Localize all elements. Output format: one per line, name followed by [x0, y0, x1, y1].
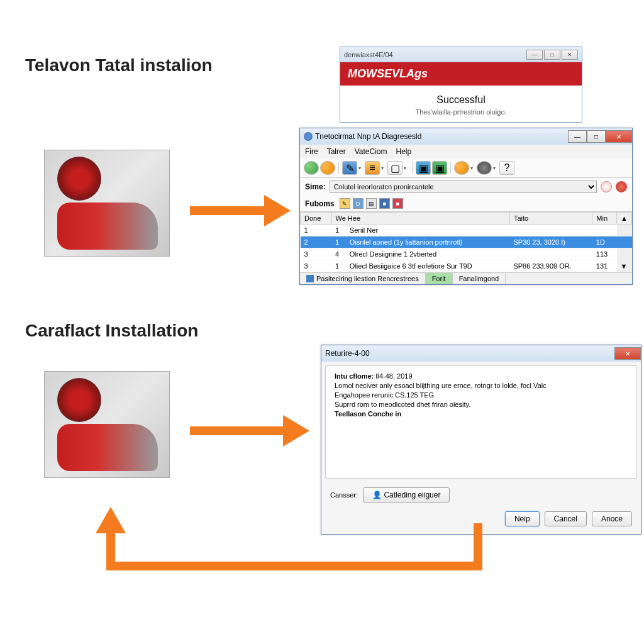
win1-titlebar[interactable]: denwiaxst4E/04 — □ ✕ — [340, 47, 582, 62]
win1-brand-header: MOWSEVLAgs — [340, 62, 582, 86]
svg-marker-4 — [96, 507, 126, 533]
col-done[interactable]: Done — [301, 213, 332, 225]
menubar: Fire Talrer VateCiom Help — [300, 145, 632, 158]
results-table: Done We Hee Taito Min ▲ 11Seriil Ner 21O… — [300, 212, 632, 272]
col-wehee[interactable]: We Hee — [331, 213, 509, 225]
tool-gear-icon[interactable] — [477, 161, 492, 175]
win3-close-button[interactable]: ✕ — [614, 347, 641, 360]
status-3: Fanalimgond — [453, 273, 506, 284]
sime-label: Sime: — [305, 182, 326, 191]
win2-min-button[interactable]: — — [568, 130, 587, 143]
win1-min-button[interactable]: — — [526, 50, 543, 60]
dialog-line-5: Teellason Conche in — [335, 410, 628, 418]
dropdown-icon[interactable]: ▾ — [381, 165, 386, 171]
cansser-label: Cansser: — [330, 491, 358, 499]
tool-back-icon[interactable] — [304, 161, 319, 175]
success-window: denwiaxst4E/04 — □ ✕ MOWSEVLAgs Successf… — [340, 47, 582, 123]
menu-help[interactable]: Help — [396, 147, 411, 156]
stop-icon[interactable] — [616, 181, 627, 192]
help-button[interactable]: Neip — [505, 511, 540, 526]
status-1: Pasiteciring liestion Rencrestrees — [316, 275, 419, 282]
tool-orb-icon[interactable] — [320, 161, 335, 175]
success-subtitle: Thes'wlailla-prtrestrion oluigo. — [347, 108, 575, 116]
fub-icon-1[interactable]: ✎ — [340, 198, 350, 209]
dialog-body: Intu cflome: lI4-48, 2019 Lomol neciver … — [325, 365, 637, 479]
app-icon — [304, 132, 313, 141]
win1-max-button[interactable]: □ — [544, 50, 560, 60]
tool-doc-icon[interactable]: ▢ — [387, 161, 402, 175]
table-row[interactable]: 11Seriil Ner — [301, 225, 632, 236]
fub-icon-3[interactable]: ▤ — [366, 198, 377, 209]
fub-icon-2[interactable]: D — [353, 198, 364, 209]
anoce-button[interactable]: Anoce — [592, 511, 632, 526]
section1-title: Telavon Tatal instalion — [25, 55, 213, 75]
fub-icon-5[interactable]: ■ — [392, 198, 403, 209]
dropdown-icon[interactable]: ▾ — [358, 165, 364, 171]
toolbar: ✎ ▾ ≡ ▾ ▢ ▾ ▣ ▣ ▾ ▾ ? — [300, 158, 632, 178]
arrow-1 — [190, 195, 291, 226]
car-image-1 — [44, 150, 170, 257]
win2-max-button[interactable]: □ — [587, 130, 606, 143]
win2-title: Tnetocirmat Nnp tA Diagresesld — [315, 132, 421, 141]
success-title: Successful — [347, 94, 575, 106]
intu-label: Intu cflome: — [335, 372, 374, 380]
dialog-line-4: Suprrd rom to meodlcoted dhet friran ole… — [335, 401, 628, 408]
dropdown-icon[interactable]: ▾ — [470, 165, 475, 171]
sime-select[interactable]: Cnlutel ireorloratcn pronircantele — [330, 180, 597, 193]
table-row[interactable]: 34Olrecl Desiignine 1 2vberted113 — [301, 248, 632, 260]
main-app-window: Tnetocirmat Nnp tA Diagresesld — □ ✕ Fir… — [299, 128, 633, 285]
svg-rect-2 — [190, 426, 284, 435]
catleding-button[interactable]: 👤 Catleding eiiguer — [363, 487, 450, 502]
arrow-2 — [190, 415, 309, 447]
menu-talrer[interactable]: Talrer — [327, 147, 346, 156]
tool-help-icon[interactable]: ? — [499, 161, 514, 175]
dialog-line-2: Lomol neciver anly esoacl biijthing ure … — [335, 382, 628, 389]
win1-close-button[interactable]: ✕ — [562, 50, 578, 60]
connector-arrow — [88, 503, 491, 579]
tool-green-icon[interactable]: ▣ — [432, 161, 447, 175]
dialog-line-3: Engahopee rerunic CS.125 TEG — [335, 391, 628, 399]
menu-file[interactable]: Fire — [305, 147, 318, 156]
intu-value: lI4-48, 2019 — [375, 372, 412, 380]
dropdown-icon[interactable]: ▾ — [404, 165, 409, 171]
status-2: Forit — [426, 273, 453, 284]
col-min[interactable]: Min — [592, 213, 617, 225]
status-icon — [306, 275, 314, 282]
home-icon[interactable] — [601, 181, 612, 192]
win2-close-button[interactable]: ✕ — [606, 130, 632, 143]
section2-title: Caraflact Installation — [25, 321, 198, 341]
win3-title: Returire-4-00 — [325, 349, 370, 358]
table-row-selected[interactable]: 21Oisrilel aoned (1y liattanion portnrot… — [301, 236, 632, 248]
svg-rect-0 — [190, 206, 265, 215]
col-taito[interactable]: Taito — [509, 213, 592, 225]
tool-img-icon[interactable]: ▣ — [416, 161, 431, 175]
scrollbar[interactable]: ▲ — [617, 213, 632, 225]
tool-bars-icon[interactable]: ≡ — [365, 161, 380, 175]
svg-marker-1 — [264, 195, 291, 226]
statusbar: Pasiteciring liestion Rencrestrees Forit… — [300, 272, 632, 284]
dropdown-icon[interactable]: ▾ — [493, 165, 498, 171]
svg-marker-3 — [283, 415, 309, 447]
win1-title: denwiaxst4E/04 — [344, 51, 393, 58]
win3-titlebar[interactable]: Returire-4-00 ✕ — [321, 345, 641, 362]
win2-titlebar[interactable]: Tnetocirmat Nnp tA Diagresesld — □ ✕ — [300, 128, 632, 145]
tool-orb2-icon[interactable] — [454, 161, 469, 175]
menu-valecom[interactable]: VateCiom — [355, 147, 387, 156]
tool-edit-icon[interactable]: ✎ — [342, 161, 357, 175]
fub-icon-4[interactable]: ■ — [379, 198, 390, 209]
cancel-button[interactable]: Cancel — [545, 511, 587, 526]
table-row[interactable]: 31Oliecl Besiigaice 6 3tf eofetiore Sur … — [301, 260, 632, 272]
fuboms-label: Fuboms — [305, 199, 335, 208]
car-image-2 — [44, 371, 170, 478]
